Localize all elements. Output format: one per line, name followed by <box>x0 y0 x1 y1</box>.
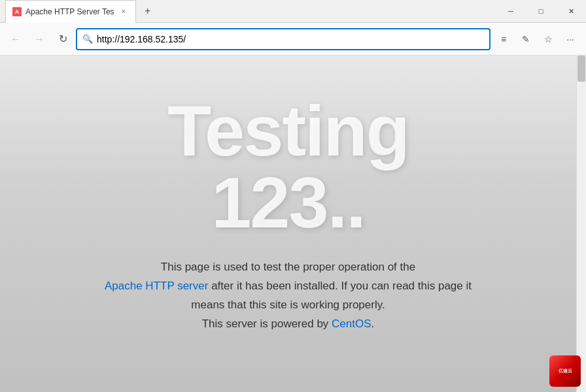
address-input[interactable] <box>97 34 484 44</box>
title-bar-left: A Apache HTTP Server Tes × + <box>0 0 496 23</box>
tab-close-button[interactable]: × <box>118 7 129 17</box>
description-suffix: . <box>371 318 375 330</box>
nav-actions: ≡ ✎ ☆ ··· <box>493 29 581 50</box>
new-tab-button[interactable]: + <box>139 2 157 20</box>
title-bar: A Apache HTTP Server Tes × + ─ □ ✕ <box>0 0 586 23</box>
favorites-button[interactable]: ☆ <box>538 29 559 50</box>
page-content: Testing 123.. This page is used to test … <box>0 56 576 392</box>
centos-link[interactable]: CentOS <box>332 318 371 330</box>
close-button[interactable]: ✕ <box>556 0 586 23</box>
description-middle: after it has been installed. If you can … <box>191 280 472 311</box>
watermark: 亿速云 <box>549 355 581 387</box>
browser-tab[interactable]: A Apache HTTP Server Tes × <box>5 0 136 23</box>
scrollbar-track[interactable] <box>576 56 586 392</box>
hub-button[interactable]: ≡ <box>493 29 514 50</box>
tab-favicon: A <box>12 7 22 16</box>
tab-title: Apache HTTP Server Tes <box>26 7 114 16</box>
minimize-button[interactable]: ─ <box>496 0 526 23</box>
description-powered-prefix: This server is powered by <box>202 318 332 330</box>
window-controls: ─ □ ✕ <box>496 0 586 23</box>
nav-bar: ← → ↻ 🔍 ≡ ✎ ☆ ··· <box>0 23 586 56</box>
scrollbar-thumb[interactable] <box>577 56 585 82</box>
search-icon: 🔍 <box>82 34 93 44</box>
page-description: This page is used to test the proper ope… <box>92 258 485 334</box>
forward-button[interactable]: → <box>29 29 50 50</box>
browser-body: Testing 123.. This page is used to test … <box>0 56 586 392</box>
watermark-badge: 亿速云 <box>549 355 581 387</box>
address-bar[interactable]: 🔍 <box>76 28 491 50</box>
description-prefix: This page is used to test the proper ope… <box>161 261 415 273</box>
refresh-button[interactable]: ↻ <box>52 29 73 50</box>
heading-123: 123.. <box>211 167 365 238</box>
back-button[interactable]: ← <box>5 29 26 50</box>
edit-button[interactable]: ✎ <box>515 29 536 50</box>
heading-testing: Testing <box>167 95 409 167</box>
more-button[interactable]: ··· <box>560 29 581 50</box>
apache-link[interactable]: Apache HTTP server <box>105 280 208 292</box>
maximize-button[interactable]: □ <box>526 0 556 23</box>
